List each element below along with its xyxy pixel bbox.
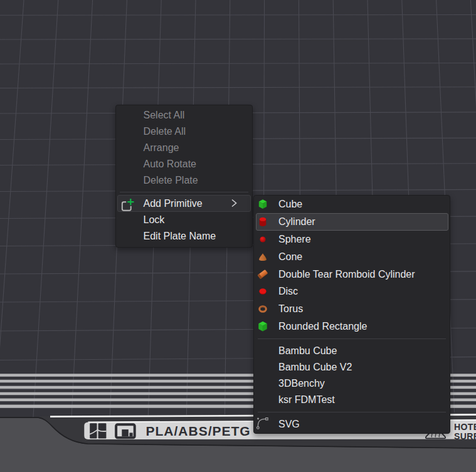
svg-text:SURFACE: SURFACE	[454, 431, 476, 441]
svg-text:PLA/ABS/PETG: PLA/ABS/PETG	[146, 424, 251, 438]
svg-text:HOTBED: HOTBED	[454, 422, 476, 432]
